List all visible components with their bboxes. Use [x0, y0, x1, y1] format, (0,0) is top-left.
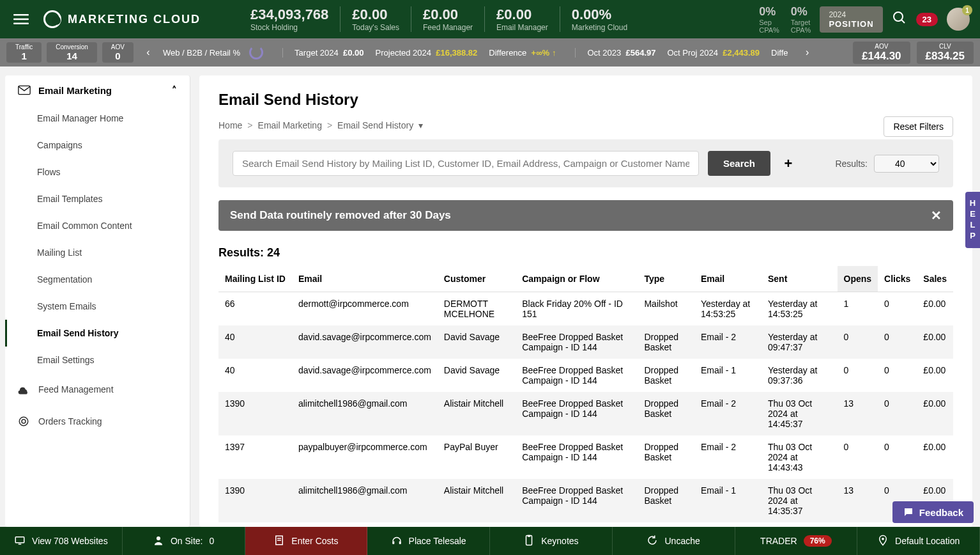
chevron-up-icon: ˄ [172, 84, 177, 96]
table-header[interactable]: Email [292, 266, 438, 292]
table-header[interactable]: Type [638, 266, 694, 292]
table-header[interactable]: Sales [917, 266, 953, 292]
table-row[interactable]: 40david.savage@irpcommerce.comDavid Sava… [218, 359, 953, 392]
breadcrumb-item[interactable]: Email Send History [337, 120, 413, 130]
position-pill[interactable]: 2024 POSITION [820, 6, 882, 33]
stat-box[interactable]: AOV0 [102, 42, 134, 63]
bottom-label: Place Telesale [409, 536, 466, 546]
search-input[interactable] [233, 151, 699, 176]
bottom-icon [273, 535, 285, 548]
bottom-label: View 708 Websites [32, 536, 108, 546]
table-cell: 13 [838, 479, 878, 522]
sidebar-item[interactable]: Email Manager Home [5, 105, 190, 132]
table-cell: 0 [878, 435, 917, 479]
breadcrumb-item[interactable]: Email Marketing [258, 120, 322, 130]
table-cell: 0 [838, 325, 878, 359]
big-stat[interactable]: CLV£834.25 [917, 42, 974, 64]
table-cell: £0.00 [917, 325, 953, 359]
sidebar-item[interactable]: Email Send History [5, 320, 190, 347]
sidebar-item[interactable]: Mailing List [5, 239, 190, 266]
bottom-cell[interactable]: Place Telesale [367, 527, 490, 555]
bottom-cell[interactable]: Uncache [613, 527, 735, 555]
breadcrumb-item[interactable]: Home [218, 120, 242, 130]
reset-filters-button[interactable]: Reset Filters [884, 116, 953, 137]
stat-box[interactable]: Traffic1 [6, 42, 42, 63]
table-cell: Alistair Mitchell [438, 479, 516, 522]
bottom-cell[interactable]: Keynotes [490, 527, 613, 555]
sidebar-item[interactable]: Email Templates [5, 185, 190, 212]
metric-label: Email Manager [496, 23, 548, 32]
table-cell: 1 [838, 292, 878, 326]
chevron-right-icon[interactable]: › [799, 47, 816, 58]
bottom-cell[interactable]: On Site: 0 [123, 527, 245, 555]
stat-box[interactable]: Conversion14 [47, 42, 97, 63]
help-tab[interactable]: HELP [965, 192, 980, 248]
table-row[interactable]: 40david.savage@irpcommerce.comDavid Sava… [218, 325, 953, 359]
close-icon[interactable]: ✕ [931, 208, 942, 223]
add-filter-button[interactable]: + [779, 155, 797, 173]
feedback-button[interactable]: Feedback [892, 501, 974, 523]
results-select[interactable]: 40 [874, 155, 939, 173]
table-cell: Yesterday at 14:53:25 [694, 292, 762, 326]
feedback-label: Feedback [919, 507, 963, 518]
table-cell: Thu 03 Oct 2024 at 14:31:39 [762, 522, 838, 527]
svg-rect-0 [13, 14, 29, 16]
header-metric: £34,093,768Stock Holding [239, 6, 340, 32]
notification-badge[interactable]: 23 [916, 13, 938, 26]
table-row[interactable]: 1390alimitchell1986@gmail.comAlistair Mi… [218, 479, 953, 522]
table-header[interactable]: Campaign or Flow [516, 266, 638, 292]
table-header[interactable]: Sent [762, 266, 838, 292]
sidebar-item-orders[interactable]: Orders Tracking [5, 405, 190, 437]
table-cell: PayPal Buyer [438, 522, 516, 527]
table-row[interactable]: 1390alimitchell1986@gmail.comAlistair Mi… [218, 392, 953, 435]
sidebar-header[interactable]: Email Marketing ˄ [5, 75, 190, 105]
table-header[interactable]: Clicks [878, 266, 917, 292]
table-cell: dermott@irpcommerce.com [292, 292, 438, 326]
bottom-cell[interactable]: View 708 Websites [0, 527, 123, 555]
sidebar-item[interactable]: System Emails [5, 293, 190, 320]
table-cell: Thu 03 Oct 2024 at 14:45:37 [762, 392, 838, 435]
table-header[interactable]: Customer [438, 266, 516, 292]
sidebar-item[interactable]: Flows [5, 159, 190, 185]
sidebar-item[interactable]: Segmentation [5, 266, 190, 293]
table-header[interactable]: Opens [838, 266, 878, 292]
sidebar-item[interactable]: Email Common Content [5, 212, 190, 239]
table-row[interactable]: 1397paypalbuyer@irpcommerce.comPayPal Bu… [218, 522, 953, 527]
table-cell: 40 [218, 325, 292, 359]
sidebar-item[interactable]: Email Settings [5, 347, 190, 373]
breadcrumb: Home>Email Marketing>Email Send History … [218, 120, 953, 130]
table-header[interactable]: Mailing List ID [218, 266, 292, 292]
hamburger-menu[interactable] [10, 8, 32, 30]
table-cell: £0.00 [917, 359, 953, 392]
table-cell: 0 [878, 522, 917, 527]
brand[interactable]: MARKETING CLOUD [43, 10, 201, 28]
table-cell: 0 [878, 325, 917, 359]
big-stat[interactable]: AOV£144.30 [853, 42, 910, 64]
search-button[interactable]: Search [708, 151, 770, 176]
loading-spinner-icon [249, 45, 263, 59]
chevron-left-icon[interactable]: ‹ [140, 47, 157, 58]
banner-text: Send Data routinely removed after 30 Day… [230, 209, 451, 222]
bottom-cell[interactable]: Default Location [857, 527, 980, 555]
chevron-down-icon[interactable]: ▾ [418, 120, 423, 130]
table-cell: Dropped Basket [638, 522, 694, 527]
table-row[interactable]: 1397paypalbuyer@irpcommerce.comPayPal Bu… [218, 435, 953, 479]
bottom-label: On Site: [171, 536, 203, 546]
sec-pair: Target 2024 £0.00 [295, 48, 364, 58]
table-header[interactable]: Email [694, 266, 762, 292]
table-cell: 0 [838, 522, 878, 527]
sec-pair: Diffe [771, 48, 793, 58]
bottom-cell[interactable]: Enter Costs [245, 527, 368, 555]
bottom-label: Enter Costs [291, 536, 338, 546]
content-area: Email Send History Home>Email Marketing>… [199, 75, 972, 527]
avatar[interactable]: 1 [947, 8, 970, 31]
table-cell: £0.00 [917, 522, 953, 527]
table-row[interactable]: 66dermott@irpcommerce.comDERMOTT MCELHON… [218, 292, 953, 326]
sidebar-item-label: Orders Tracking [38, 416, 102, 426]
sidebar-item[interactable]: Campaigns [5, 132, 190, 159]
avatar-count: 1 [962, 5, 972, 15]
bottom-cell[interactable]: TRADER 76% [735, 527, 858, 555]
table-cell: 1390 [218, 479, 292, 522]
sidebar-item-feed[interactable]: Feed Management [5, 373, 190, 405]
search-icon[interactable] [892, 10, 907, 28]
